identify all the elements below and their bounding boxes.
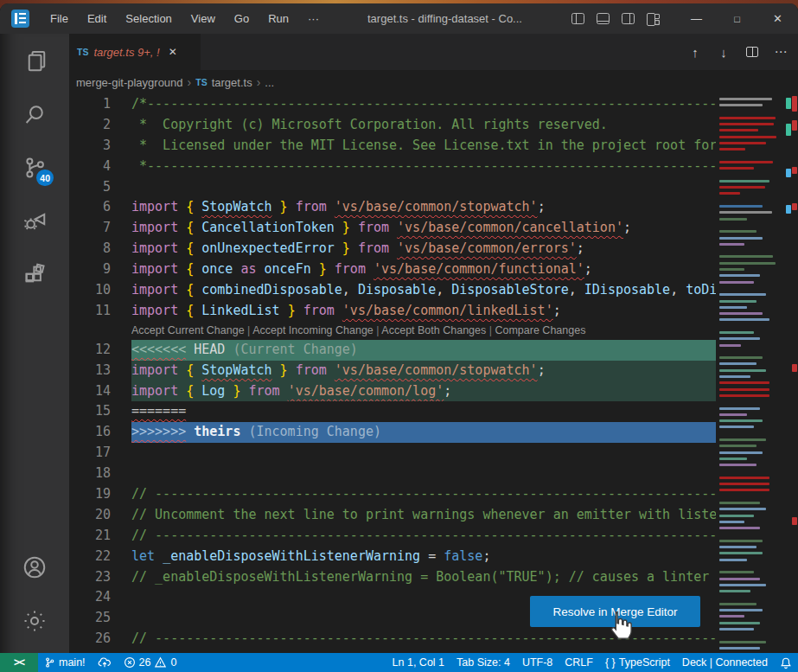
code-line-21[interactable]: 21// -----------------------------------…: [69, 526, 716, 547]
codelens-row: Accept Current Change | Accept Incoming …: [69, 322, 716, 340]
code-line-26[interactable]: 26// -----------------------------------…: [69, 629, 716, 650]
minimap-line: [719, 559, 747, 561]
toggle-panel-icon[interactable]: [597, 13, 610, 24]
menu-go[interactable]: Go: [225, 12, 259, 25]
code-line-20[interactable]: 20// Uncomment the next line to print wa…: [69, 505, 716, 526]
extensions-icon[interactable]: [0, 248, 69, 302]
codelens-accept-both-changes[interactable]: Accept Both Changes: [381, 324, 486, 336]
menu-view[interactable]: View: [182, 12, 225, 25]
minimap-line: [719, 388, 769, 391]
encoding[interactable]: UTF-8: [516, 653, 559, 672]
remote-indicator[interactable]: ><: [0, 653, 38, 672]
problems-status[interactable]: 26 0: [118, 653, 183, 672]
code-line-12[interactable]: 12<<<<<<< HEAD (Current Change): [69, 340, 716, 361]
indentation[interactable]: Tab Size: 4: [450, 653, 516, 672]
overview-ruler[interactable]: [785, 94, 798, 653]
code-line-22[interactable]: 22let _enableDisposeWithListenerWarning …: [69, 547, 716, 567]
deck-status[interactable]: Deck | Connected: [676, 653, 774, 672]
explorer-icon[interactable]: [0, 34, 69, 87]
code-line-8[interactable]: 8import { onUnexpectedError } from 'vs/b…: [69, 239, 716, 259]
code-line-11[interactable]: 11import { LinkedList } from 'vs/base/co…: [69, 301, 716, 322]
minimap-line: [719, 255, 773, 258]
code-line-5[interactable]: 5: [69, 177, 716, 198]
customize-layout-icon[interactable]: [647, 13, 660, 24]
more-actions-icon[interactable]: ⋯: [770, 42, 791, 62]
resolve-in-merge-editor-button[interactable]: Resolve in Merge Editor: [530, 596, 700, 627]
menu-more[interactable]: ···: [298, 3, 329, 34]
code-line-6[interactable]: 6import { StopWatch } from 'vs/base/comm…: [69, 197, 716, 218]
menu-edit[interactable]: Edit: [78, 12, 116, 25]
minimap-line: [719, 362, 757, 365]
code-line-14[interactable]: 14import { Log } from 'vs/base/common/lo…: [69, 381, 716, 402]
code-line-23[interactable]: 23// _enableDisposeWithListenerWarning =…: [69, 567, 716, 588]
notifications-bell[interactable]: [774, 653, 798, 672]
code-line-7[interactable]: 7import { CancellationToken } from 'vs/b…: [69, 218, 716, 239]
chevron-right-icon: ›: [257, 75, 261, 89]
menu-selection[interactable]: Selection: [116, 12, 181, 25]
code-line-3[interactable]: 3 * Licensed under the MIT License. See …: [69, 136, 716, 157]
eol-sequence[interactable]: CRLF: [559, 653, 599, 672]
line-number: 6: [69, 197, 111, 218]
menu-run[interactable]: Run: [259, 12, 298, 25]
search-icon[interactable]: [0, 87, 69, 141]
codelens-accept-current-change[interactable]: Accept Current Change: [131, 324, 245, 336]
breadcrumb-symbol[interactable]: ...: [265, 76, 274, 89]
menu-file[interactable]: File: [41, 12, 78, 25]
toggle-sidebar-icon[interactable]: [571, 13, 584, 24]
minimap-line: [719, 483, 769, 485]
close-button[interactable]: ✕: [757, 3, 798, 34]
code-line-19[interactable]: 19// -----------------------------------…: [69, 484, 716, 505]
line-number: 3: [69, 136, 111, 157]
tab-close-icon[interactable]: ✕: [169, 46, 177, 58]
next-change-icon[interactable]: ↓: [713, 42, 734, 62]
minimap-line: [719, 281, 754, 284]
sync-status[interactable]: [92, 653, 118, 672]
breadcrumb-file[interactable]: target.ts: [212, 76, 252, 89]
language-mode[interactable]: { } TypeScript: [599, 653, 676, 672]
minimap-line: [719, 445, 757, 447]
line-content: // -------------------------------------…: [131, 629, 716, 650]
code-line-1[interactable]: 1/*-------------------------------------…: [69, 94, 716, 115]
minimap-line: [719, 502, 760, 504]
ruler-mark: [792, 120, 797, 131]
minimap-line: [719, 161, 773, 163]
toggle-secondary-sidebar-icon[interactable]: [622, 13, 635, 24]
minimap-line: [719, 451, 763, 454]
minimap-line: [719, 312, 763, 315]
code-line-10[interactable]: 10import { combinedDisposable, Disposabl…: [69, 280, 716, 301]
code-line-18[interactable]: 18: [69, 464, 716, 484]
code-line-17[interactable]: 17: [69, 443, 716, 464]
split-editor-icon[interactable]: [742, 42, 763, 62]
prev-change-icon[interactable]: ↑: [685, 42, 705, 62]
code-line-13[interactable]: 13import { StopWatch } from 'vs/base/com…: [69, 361, 716, 381]
maximize-button[interactable]: □: [717, 3, 757, 34]
minimap[interactable]: [716, 94, 785, 653]
code-line-15[interactable]: 15=======: [69, 401, 716, 422]
code-line-2[interactable]: 2 * Copyright (c) Microsoft Corporation.…: [69, 115, 716, 136]
run-debug-icon[interactable]: [0, 195, 69, 248]
line-content: * Copyright (c) Microsoft Corporation. A…: [131, 115, 716, 136]
codelens-compare-changes[interactable]: Compare Changes: [495, 324, 585, 336]
tab-bar: TS target.ts 9+, ! ✕ ↑ ↓ ⋯: [69, 34, 798, 70]
line-number: 17: [69, 443, 111, 464]
line-content: =======: [131, 401, 716, 422]
cursor-position[interactable]: Ln 1, Col 1: [386, 653, 450, 672]
line-number: 14: [69, 381, 111, 402]
code-editor[interactable]: 1/*-------------------------------------…: [69, 94, 716, 653]
settings-gear-icon[interactable]: [0, 594, 69, 648]
line-number: 19: [69, 484, 111, 505]
line-content: // -------------------------------------…: [131, 526, 716, 547]
ruler-mark: [786, 205, 791, 214]
code-line-9[interactable]: 9import { once as onceFn } from 'vs/base…: [69, 259, 716, 280]
tab-target-ts[interactable]: TS target.ts 9+, ! ✕: [69, 34, 201, 70]
minimap-line: [719, 123, 774, 125]
breadcrumb-folder[interactable]: merge-git-playground: [76, 76, 183, 89]
code-line-4[interactable]: 4 *-------------------------------------…: [69, 157, 716, 177]
codelens-accept-incoming-change[interactable]: Accept Incoming Change: [252, 324, 373, 336]
branch-status[interactable]: main!: [38, 653, 92, 672]
account-icon[interactable]: [0, 541, 69, 594]
minimize-button[interactable]: —: [676, 3, 717, 34]
braces-icon: { }: [605, 656, 616, 669]
code-line-16[interactable]: 16>>>>>>> theirs (Incoming Change): [69, 422, 716, 443]
source-control-icon[interactable]: 40: [0, 141, 69, 195]
